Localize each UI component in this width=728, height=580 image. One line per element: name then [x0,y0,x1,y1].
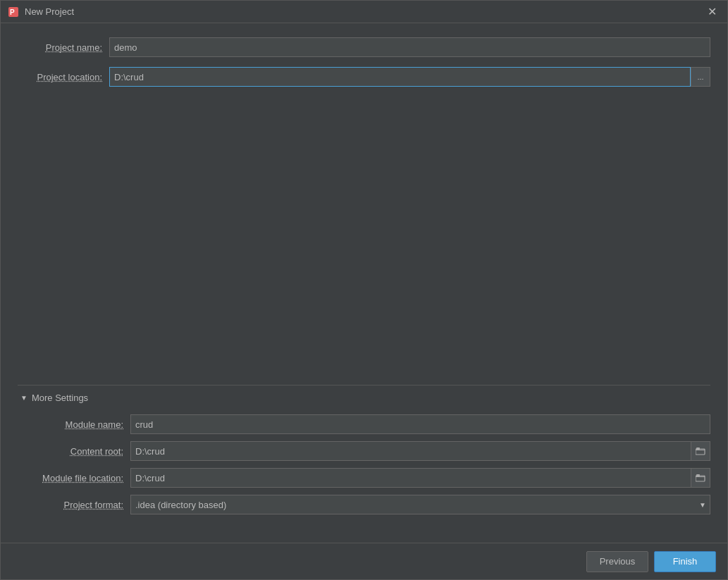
content-root-row: Content root: [18,441,710,461]
svg-text:P: P [10,8,15,16]
content-root-browse-button[interactable] [691,441,710,461]
module-file-location-input[interactable] [130,468,691,488]
project-format-label: Project format: [18,500,130,510]
dialog-title: New Project [25,6,703,17]
module-name-row: Module name: [18,414,710,434]
chevron-down-icon: ▼ [20,394,27,402]
project-location-label: Project location: [18,72,109,82]
module-name-label: Module name: [18,419,130,430]
content-root-field-group [130,441,710,461]
title-bar: P New Project ✕ [1,1,727,23]
project-format-select[interactable]: .idea (directory based)Eclipse (.classpa… [130,495,710,514]
more-settings-content: Module name: Content root: [18,410,710,529]
project-location-row: Project location: ... [18,67,710,87]
project-location-input[interactable] [109,67,691,87]
app-icon: P [8,6,19,18]
module-file-location-browse-button[interactable] [691,468,710,488]
project-location-browse-button[interactable]: ... [691,67,710,87]
more-settings-label: More Settings [32,393,88,403]
module-name-input[interactable] [130,414,710,434]
finish-button[interactable]: Finish [654,551,716,572]
project-location-field-group: ... [109,67,710,87]
new-project-dialog: P New Project ✕ Project name: Project lo… [0,0,728,580]
more-settings-section: ▼ More Settings Module name: Content roo… [18,385,710,529]
module-file-location-field-group [130,468,710,488]
svg-rect-5 [696,474,700,476]
previous-button[interactable]: Previous [586,551,648,572]
more-settings-toggle[interactable]: ▼ More Settings [18,385,710,410]
project-name-row: Project name: [18,37,710,57]
project-name-input[interactable] [109,37,710,57]
content-root-input[interactable] [130,441,691,461]
project-format-select-wrapper: .idea (directory based)Eclipse (.classpa… [130,495,710,514]
dialog-content: Project name: Project location: ... ▼ Mo… [1,23,727,543]
close-button[interactable]: ✕ [703,4,720,20]
dialog-footer: Previous Finish [1,543,727,579]
module-file-location-row: Module file location: [18,468,710,488]
module-file-location-label: Module file location: [18,473,130,483]
project-name-label: Project name: [18,42,109,53]
project-format-row: Project format: .idea (directory based)E… [18,495,710,514]
svg-rect-3 [696,448,700,450]
content-root-label: Content root: [18,446,130,457]
content-spacer [18,97,710,378]
